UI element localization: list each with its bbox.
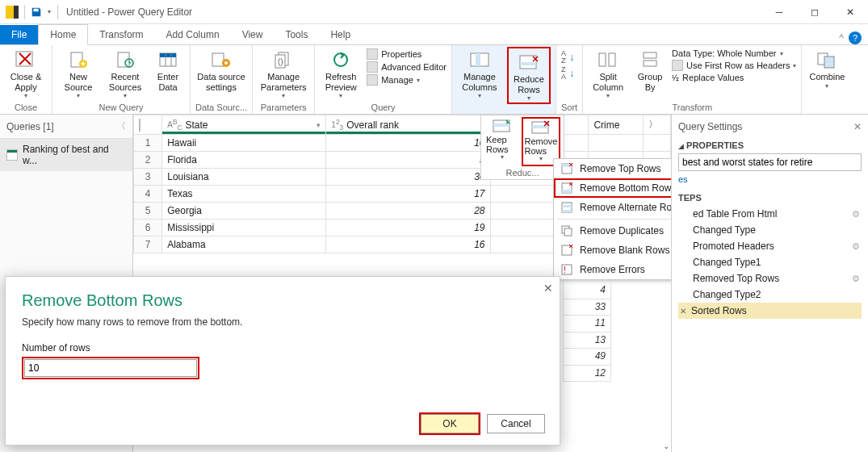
data-type-button[interactable]: Data Type: Whole Number ▾ bbox=[672, 48, 796, 58]
remove-errors-icon: ! bbox=[560, 263, 573, 276]
svg-rect-19 bbox=[520, 62, 536, 65]
recent-sources-button[interactable]: Recent Sources▾ bbox=[104, 47, 146, 99]
corner-cell[interactable] bbox=[134, 115, 162, 135]
menu-remove-top-rows[interactable]: Remove Top Rows bbox=[554, 159, 671, 178]
group-sort-label: Sort bbox=[561, 101, 577, 114]
table-row[interactable]: 1Hawaii10 bbox=[134, 135, 671, 152]
all-properties-link[interactable]: es bbox=[678, 174, 688, 184]
minimize-button[interactable]: ─ bbox=[761, 0, 797, 24]
split-column-button[interactable]: Split Column▾ bbox=[588, 47, 628, 99]
applied-steps-heading: TEPS bbox=[678, 193, 702, 203]
applied-step[interactable]: Changed Type bbox=[678, 222, 862, 238]
applied-step[interactable]: ed Table From Html⚙ bbox=[678, 206, 862, 222]
column-header-crime[interactable]: Crime bbox=[589, 115, 644, 135]
help-icon[interactable]: ? bbox=[849, 31, 862, 44]
data-source-settings-button[interactable]: Data source settings bbox=[195, 47, 247, 92]
applied-step[interactable]: Changed Type2 bbox=[678, 287, 862, 303]
dialog-cancel-button[interactable]: Cancel bbox=[487, 414, 545, 433]
window-title: Untitled - Power Query Editor bbox=[66, 6, 192, 18]
group-by-button[interactable]: Group By bbox=[633, 47, 667, 92]
svg-rect-36 bbox=[562, 210, 572, 212]
query-list-item[interactable]: Ranking of best and w... bbox=[0, 139, 132, 171]
svg-rect-9 bbox=[212, 53, 224, 66]
remove-blank-icon bbox=[560, 244, 573, 257]
menu-remove-errors[interactable]: ! Remove Errors bbox=[554, 260, 671, 279]
remove-bottom-icon bbox=[560, 182, 573, 195]
tab-help[interactable]: Help bbox=[319, 25, 362, 44]
manage-button[interactable]: Manage ▾ bbox=[367, 74, 447, 86]
query-name-input[interactable] bbox=[678, 153, 862, 171]
svg-rect-38 bbox=[564, 228, 572, 236]
properties-button[interactable]: Properties bbox=[367, 48, 447, 60]
tab-tools[interactable]: Tools bbox=[274, 25, 319, 44]
properties-heading: PROPERTIES bbox=[686, 140, 744, 150]
svg-point-11 bbox=[224, 61, 228, 65]
enter-data-button[interactable]: Enter Data bbox=[151, 47, 185, 92]
tab-transform[interactable]: Transform bbox=[88, 25, 154, 44]
overall-cell: 4 bbox=[563, 282, 611, 299]
overall-cell: 11 bbox=[563, 316, 611, 333]
menu-remove-alternate-rows[interactable]: Remove Alternate Rows bbox=[554, 198, 671, 217]
replace-values-button[interactable]: ¹⁄₂Replace Values bbox=[672, 73, 796, 82]
scroll-down-icon[interactable]: ⌄ bbox=[663, 442, 669, 450]
qat-dropdown-icon[interactable]: ▾ bbox=[48, 8, 51, 15]
menu-remove-duplicates[interactable]: Remove Duplicates bbox=[554, 221, 671, 241]
remove-dup-icon bbox=[560, 224, 573, 237]
collapse-queries-icon[interactable]: 〈 bbox=[116, 119, 126, 133]
menu-remove-bottom-rows[interactable]: Remove Bottom Rows bbox=[554, 178, 671, 198]
svg-text:(): () bbox=[278, 57, 283, 66]
settings-title: Query Settings bbox=[678, 121, 742, 132]
advanced-editor-button[interactable]: Advanced Editor bbox=[367, 61, 447, 73]
sort-asc-button[interactable]: AZ↓ bbox=[561, 50, 574, 65]
menu-remove-blank-rows[interactable]: Remove Blank Rows bbox=[554, 241, 671, 260]
collapse-ribbon-icon[interactable]: ^ bbox=[839, 32, 844, 44]
tab-file[interactable]: File bbox=[0, 25, 38, 44]
table-icon bbox=[6, 149, 18, 161]
overall-cell: 12 bbox=[563, 366, 611, 383]
remove-top-icon bbox=[560, 162, 573, 175]
applied-step[interactable]: Promoted Headers⚙ bbox=[678, 238, 862, 254]
sort-desc-button[interactable]: ZA↓ bbox=[561, 66, 574, 81]
applied-step[interactable]: Changed Type1 bbox=[678, 254, 862, 270]
manage-parameters-button[interactable]: () Manage Parameters▾ bbox=[258, 47, 309, 99]
column-header-overall-rank[interactable]: 123Overall rank▾ bbox=[326, 115, 490, 135]
close-window-button[interactable]: ✕ bbox=[832, 0, 868, 24]
manage-columns-button[interactable]: Manage Columns▾ bbox=[457, 47, 502, 99]
remove-rows-menu: Remove Top Rows Remove Bottom Rows Remov… bbox=[553, 158, 671, 280]
group-combine-label bbox=[807, 101, 847, 114]
dialog-ok-button[interactable]: OK bbox=[421, 414, 479, 433]
remove-bottom-rows-dialog: ✕ Remove Bottom Rows Specify how many ro… bbox=[5, 276, 560, 446]
column-header-state[interactable]: ABCState▾ bbox=[162, 115, 326, 135]
svg-rect-25 bbox=[824, 56, 834, 68]
tab-view[interactable]: View bbox=[231, 25, 275, 44]
tab-home[interactable]: Home bbox=[38, 24, 88, 45]
reduce-rows-popup: Keep Rows▾ Remove Rows▾ Reduc... bbox=[480, 115, 564, 180]
column-scroll-right[interactable]: 〉 bbox=[644, 115, 671, 135]
separator bbox=[57, 5, 58, 19]
number-of-rows-input[interactable] bbox=[24, 359, 197, 377]
svg-rect-29 bbox=[532, 125, 548, 128]
applied-step[interactable]: ✕Sorted Rows bbox=[678, 303, 862, 319]
overall-cell: 49 bbox=[563, 349, 611, 366]
svg-rect-33 bbox=[562, 190, 572, 193]
reduce-rows-button[interactable]: Reduce Rows▾ bbox=[509, 49, 548, 102]
new-source-button[interactable]: New Source▾ bbox=[57, 47, 99, 99]
remove-alt-icon bbox=[560, 201, 573, 214]
close-apply-button[interactable]: Close & Apply▾ bbox=[5, 47, 47, 99]
close-settings-icon[interactable]: ✕ bbox=[853, 121, 862, 132]
svg-rect-27 bbox=[493, 123, 509, 127]
partial-overall-cells: 43311134912 bbox=[563, 282, 611, 382]
group-close-label: Close bbox=[5, 101, 47, 114]
keep-rows-button[interactable]: Keep Rows▾ bbox=[484, 117, 520, 166]
save-icon[interactable] bbox=[31, 6, 42, 18]
applied-step[interactable]: Removed Top Rows⚙ bbox=[678, 270, 862, 287]
group-newquery-label: New Query bbox=[57, 101, 185, 114]
combine-button[interactable]: Combine▾ bbox=[807, 47, 847, 90]
dialog-close-icon[interactable]: ✕ bbox=[543, 282, 553, 295]
refresh-preview-button[interactable]: Refresh Preview▾ bbox=[320, 47, 362, 99]
overall-cell: 33 bbox=[563, 299, 611, 316]
first-row-headers-button[interactable]: Use First Row as Headers ▾ bbox=[672, 60, 796, 71]
svg-rect-17 bbox=[476, 53, 480, 66]
tab-add-column[interactable]: Add Column bbox=[155, 25, 231, 44]
maximize-button[interactable]: ◻ bbox=[797, 0, 832, 24]
